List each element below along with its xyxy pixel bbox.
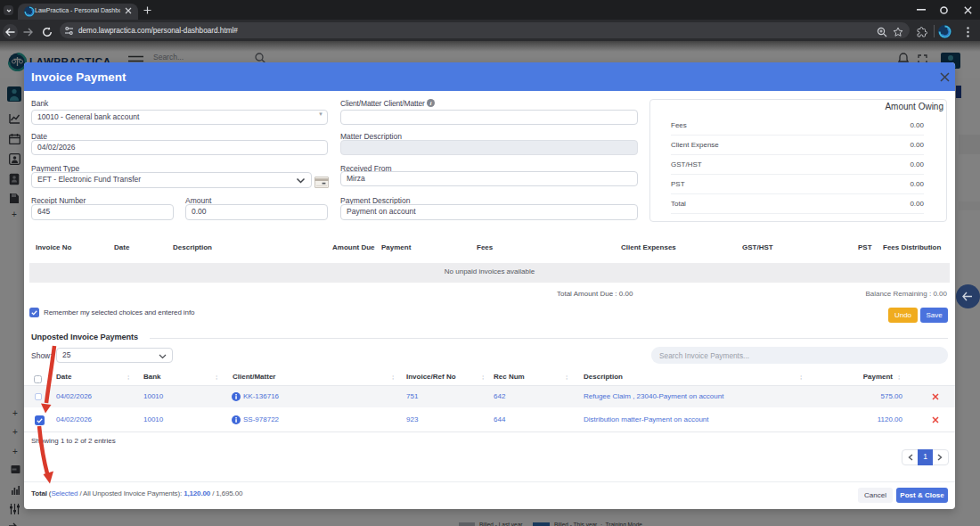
svg-text:i: i: [429, 100, 431, 107]
